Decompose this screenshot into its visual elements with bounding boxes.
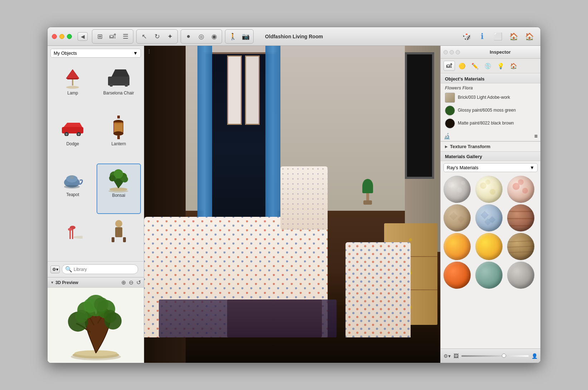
teapot-label: Teapot — [66, 192, 79, 197]
inspector-close[interactable] — [444, 50, 448, 54]
object-item-lantern[interactable]: Lantern — [97, 113, 141, 162]
gallery-ball-2[interactable] — [475, 176, 503, 203]
object-item-8[interactable] — [97, 215, 141, 260]
move-tool[interactable]: ✦ — [164, 30, 176, 43]
object-item-lamp[interactable]: Lamp — [50, 62, 95, 111]
matte-swatch — [445, 118, 455, 128]
object-item-teapot[interactable]: Teapot — [50, 164, 95, 214]
tab-edit[interactable]: ✏️ — [469, 61, 481, 71]
texture-transform-header[interactable]: ▶ Texture Transform — [445, 144, 536, 149]
inspector-min[interactable] — [450, 50, 454, 54]
gallery-ball-4[interactable] — [444, 204, 471, 231]
gallery-ball-8[interactable] — [475, 233, 503, 260]
settings-btn[interactable]: ⚙▾ — [444, 353, 451, 359]
objects-dropdown[interactable]: My Objects ▼ — [50, 49, 141, 58]
svg-line-70 — [507, 246, 534, 247]
fullscreen-btn[interactable]: ⬜ — [491, 30, 505, 43]
slider-thumb[interactable] — [502, 354, 506, 358]
gallery-dropdown-arrow: ▼ — [530, 165, 534, 170]
zoom-in-btn[interactable]: ⊕ — [121, 279, 126, 286]
svg-point-49 — [94, 297, 108, 312]
preview-expand-icon: ▼ — [50, 281, 54, 284]
dodge-label: Dodge — [67, 141, 79, 146]
render-btn1[interactable]: ● — [182, 30, 195, 43]
gallery-grid — [441, 174, 540, 290]
gallery-ball-9[interactable] — [507, 233, 534, 260]
gallery-ball-5[interactable] — [475, 204, 503, 231]
eyedropper-icon[interactable]: 🔬 — [444, 133, 451, 140]
gallery-ball-7[interactable] — [444, 233, 471, 260]
svg-marker-9 — [64, 123, 82, 127]
gallery-dropdown[interactable]: Ray's Materials ▼ — [444, 163, 538, 172]
teapot-thumb — [58, 166, 87, 191]
objects-grid: Lamp Barselona Chair — [48, 60, 144, 261]
inspector-max[interactable] — [456, 50, 460, 54]
object-item-bonsai[interactable]: Bonsai — [97, 164, 141, 214]
tab-materials[interactable]: 🟡 — [456, 61, 468, 71]
gallery-ball-6[interactable] — [507, 204, 534, 231]
objects-dropdown-label: My Objects — [54, 50, 77, 56]
svg-point-51 — [104, 310, 117, 323]
material-item-glossy[interactable]: Glossy paint/6005 moss green — [444, 104, 538, 117]
layout-btn[interactable]: 🏠 — [507, 30, 520, 43]
render-btn3[interactable]: ◉ — [208, 30, 220, 43]
refresh-btn[interactable]: ↺ — [136, 279, 141, 286]
inspector-title: Inspector — [463, 49, 538, 55]
person-btn[interactable]: 👤 — [531, 353, 538, 359]
object-item-barselona[interactable]: Barselona Chair — [97, 62, 141, 111]
walk-btn[interactable]: 🚶 — [227, 30, 239, 43]
maximize-button[interactable] — [67, 34, 72, 39]
rotate-tool[interactable]: ↻ — [151, 30, 163, 43]
material-item-brick[interactable]: Brick/003 Light Adobe-work — [444, 91, 538, 104]
camera-btn[interactable]: 📷 — [240, 30, 252, 43]
back-button[interactable]: ◀ — [78, 32, 88, 41]
image-btn[interactable]: 🖼 — [454, 353, 459, 359]
render-btn2[interactable]: ◎ — [195, 30, 207, 43]
close-button[interactable] — [52, 34, 57, 39]
barselona-label: Barselona Chair — [103, 91, 134, 96]
preview-section: ▼ 3D Preview ⊕ ⊖ ↺ — [48, 277, 144, 363]
preview-label: 3D Preview — [55, 280, 78, 285]
svg-point-36 — [115, 220, 122, 227]
library-btn[interactable]: ⊞ — [94, 30, 106, 43]
zoom-out-btn[interactable]: ⊖ — [129, 279, 133, 286]
object-item-dodge[interactable]: Dodge — [50, 113, 95, 162]
search-bar[interactable]: 🔍 — [62, 264, 138, 274]
sofa-btn[interactable]: 🛋 — [107, 30, 119, 43]
gallery-ball-1[interactable] — [444, 176, 471, 203]
search-input[interactable] — [74, 267, 135, 272]
lamp-thumb — [58, 65, 87, 90]
svg-point-50 — [75, 310, 88, 323]
tab-lighting[interactable]: 💡 — [495, 61, 506, 71]
gallery-ball-12[interactable] — [507, 262, 534, 289]
render-tools: ● ◎ ◉ — [181, 29, 222, 44]
dropdown-arrow-icon: ▼ — [133, 50, 138, 56]
home-btn[interactable]: 🏠 — [523, 30, 536, 43]
svg-point-13 — [78, 133, 80, 135]
material-section-flowers-flora: Flowers Flora — [444, 85, 538, 91]
brick-swatch — [445, 93, 455, 103]
gallery-ball-10[interactable] — [444, 262, 471, 289]
tab-objects[interactable]: 🛋 — [444, 61, 455, 71]
preview-controls: ⊕ ⊖ ↺ — [121, 279, 141, 286]
select-tool[interactable]: ↖ — [138, 30, 150, 43]
gallery-ball-11[interactable] — [475, 262, 503, 289]
center-3d-view: ⋮ — [144, 46, 440, 363]
gear-button[interactable]: ⚙▾ — [50, 265, 60, 273]
library-tools: ⊞ 🛋 ☰ — [92, 29, 133, 44]
list-btn[interactable]: ☰ — [119, 30, 132, 43]
tab-texture[interactable]: 💿 — [482, 61, 494, 71]
window-title: Oldfashion Living Room — [265, 34, 323, 39]
matte-label: Matte paint/8022 black brown — [458, 121, 514, 126]
minimize-button[interactable] — [59, 34, 64, 39]
material-item-matte[interactable]: Matte paint/8022 black brown — [444, 117, 538, 130]
preview-header[interactable]: ▼ 3D Preview ⊕ ⊖ ↺ — [48, 277, 144, 288]
info-btn[interactable]: ℹ — [475, 30, 489, 43]
object-item-7[interactable] — [50, 215, 95, 260]
materials-btn[interactable]: 🎲 — [460, 30, 473, 43]
tab-scene[interactable]: 🏠 — [508, 61, 519, 71]
gallery-ball-3[interactable] — [507, 176, 534, 203]
preview-area — [48, 288, 144, 363]
opacity-slider[interactable] — [461, 355, 529, 357]
menu-icon[interactable]: ≡ — [534, 133, 538, 140]
